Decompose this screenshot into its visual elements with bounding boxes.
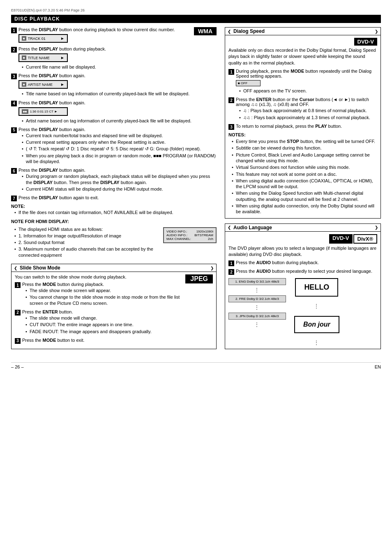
step-num-2: 2	[11, 47, 17, 53]
step-6-bullet-1: During program or random playback, each …	[22, 173, 217, 185]
dvd-v-badge-audio: DVD-V	[329, 234, 352, 244]
step-7-content: Press the DISPLAY button again to exit.	[18, 195, 217, 201]
al-step-num-1: 1	[228, 260, 234, 266]
step-5-bullet-2: Current repeat setting appears only when…	[22, 139, 217, 145]
note-label: NOTE:	[11, 204, 25, 209]
ds-step-2-bullet-2: ♫♫ : Plays back approximately at 1.3 tim…	[239, 115, 377, 120]
ds-step-2-bullet-1: ♫ : Plays back approximately at 0.8 time…	[239, 108, 377, 113]
step-4-bullet-1: Artist name based on tag information of …	[22, 118, 217, 124]
audio-screen-3: 3. JPN Dolby D 3/2.1ch 48k/3	[228, 313, 286, 320]
ss-step-2-bullet-1: The slide show mode will change.	[25, 315, 213, 321]
hdmi-screen: VIDEO INFO.: 1920x1080i AUDIO INFO.: BIT…	[163, 227, 217, 243]
hdmi-bullet-4: 3. Maximum number of audio channels that…	[14, 246, 159, 258]
ds-note-5: This feature may not work at some point …	[232, 171, 377, 177]
ss-step-2-bullet-2: CUT IN/OUT: The entire image appears in …	[25, 322, 213, 327]
hdmi-bullet-2: 1. Information for image output/Resoluti…	[14, 233, 159, 239]
ss-step-num-1: 1	[15, 282, 21, 288]
hdmi-screen-audio-val: BITSTREAM	[194, 233, 213, 237]
step-6-content: Press the DISPLAY button again. During p…	[18, 168, 217, 193]
ss-step-1-bullet-1: The slide show mode screen will appear.	[25, 288, 181, 293]
audio-screens-right: HELLO ⋮ Bon jour ⋮	[294, 278, 339, 346]
step-num-3: 3	[11, 74, 17, 79]
hdmi-screen-video-val: 1920x1080i	[196, 230, 213, 233]
audio-language-section: ❮ Audio Language ❯ DVD-V DivX® The DVD p…	[225, 223, 381, 349]
page-number: – 26 –	[11, 364, 24, 369]
header-text: E8701UD(EN).qx4 07.3.20 5:46 PM Page 26	[11, 8, 85, 12]
wma-badge: WMA	[194, 27, 217, 35]
step-3-content: Press the DISPLAY button again. ■ ARTIST…	[18, 73, 217, 97]
al-step-2: 2 Press the AUDIO button repeatedly to s…	[228, 269, 377, 275]
dots-3: ⋮	[254, 321, 261, 328]
section-title: DISC PLAYBACK	[11, 15, 381, 23]
ss-step-3-content: Press the MODE button to exit.	[22, 338, 213, 343]
audio-language-header: ❮ Audio Language ❯	[225, 224, 380, 232]
ds-note-2: Subtitle can be viewed during this funct…	[232, 145, 377, 151]
audio-language-title: Audio Language	[233, 225, 272, 230]
ds-step-num-3: 3	[228, 124, 234, 130]
step-1-content: Press the DISPLAY button once during pla…	[18, 27, 190, 44]
ss-step-2: 2 Press the ENTER button. The slide show…	[15, 309, 213, 335]
dvd-v-badge-dialog: DVD-V	[354, 38, 377, 46]
dots-right-1: ⋮	[314, 303, 320, 310]
off-label: OFF	[241, 81, 247, 85]
slide-show-header: ❮ Slide Show Mode ❯	[12, 264, 216, 272]
step-5-bullet-4: When you are playing back a disc in prog…	[22, 153, 217, 165]
step-4: 4 Press the DISPLAY button again. ■■ 1:3…	[11, 100, 217, 124]
screen-time: ■■ 1:36 0:01:15 CT ►	[18, 107, 68, 116]
step-num-1: 1	[11, 28, 17, 33]
audio-language-body: DVD-V DivX® The DVD player allows you to…	[225, 232, 380, 349]
ds-notes-section: NOTES: Every time you press the STOP but…	[228, 132, 377, 215]
ss-step-num-3: 3	[15, 338, 21, 344]
ds-step-1-bullet-1: OFF appears on the TV screen.	[239, 88, 377, 94]
chevron-left-icon: ❮	[14, 266, 17, 270]
audio-screens-left: 1. ENG Dolby D 3/2.1ch 48k/3 ⋮ 2. FRE Do…	[228, 278, 286, 328]
dialog-speed-title: Dialog Speed	[233, 28, 265, 34]
ss-step-2-content: Press the ENTER button. The slide show m…	[22, 309, 213, 335]
ds-step-num-2: 2	[228, 97, 234, 103]
ds-note-4: Virtual Surround does not function while…	[232, 164, 377, 170]
language-label: EN	[375, 364, 381, 369]
ds-note-7: When using the Dialog Speed function wit…	[232, 190, 377, 202]
divx-badge-audio: DivX®	[353, 234, 377, 244]
wma-section: WMA 1 Press the DISPLAY button once duri…	[11, 27, 217, 259]
slide-show-body: JPEG You can switch to the slide show mo…	[12, 272, 216, 349]
ss-step-1-content: Press the MODE button during playback. T…	[22, 282, 181, 307]
hdmi-screen-channel-label: MAX CHANNEL:	[166, 237, 191, 241]
hdmi-note-label: NOTE FOR HDMI DISPLAY:	[11, 219, 69, 224]
dialog-speed-section: ❮ Dialog Speed ❯ DVD-V Available only on…	[225, 27, 381, 219]
ds-step-1-content: During playback, press the MODE button r…	[236, 69, 377, 94]
audio-screen-1: 1. ENG Dolby D 3/2.1ch 48k/3	[228, 278, 286, 285]
right-column: ❮ Dialog Speed ❯ DVD-V Available only on…	[225, 27, 381, 354]
dialog-speed-intro: Available only on discs recorded in the …	[228, 47, 377, 66]
jpeg-badge: JPEG	[185, 274, 213, 283]
ss-step-num-2: 2	[15, 310, 21, 315]
ds-note-3: Picture Control, Black Level and Audio L…	[232, 152, 377, 164]
ds-note-1: Every time you press the STOP button, th…	[232, 138, 377, 144]
hdmi-bullet-1: The displayed HDMI status are as follows…	[14, 226, 159, 232]
dots-2: ⋮	[254, 304, 261, 311]
header-line: E8701UD(EN).qx4 07.3.20 5:46 PM Page 26	[11, 8, 381, 12]
al-step-2-content: Press the AUDIO button repeatedly to sel…	[236, 269, 377, 274]
ds-note-8: When using digital audio connection, onl…	[232, 203, 377, 215]
screen-artist: ■ ARTIST NAME ►	[18, 80, 68, 89]
step-5: 5 Press the DISPLAY button again. Curren…	[11, 127, 217, 165]
ds-step-1: 1 During playback, press the MODE button…	[228, 69, 377, 94]
ds-step-2-content: Press the ENTER button or the Cursor but…	[236, 97, 377, 121]
audio-language-intro: The DVD player allows you to select a la…	[228, 245, 377, 258]
ss-step-1: 1 Press the MODE button during playback.…	[15, 282, 181, 307]
step-num-7: 7	[11, 196, 17, 201]
screen-track01: ■ TRACK 01 ►	[18, 34, 68, 43]
hdmi-bullet-3: 2. Sound output format	[14, 240, 159, 245]
step-2: 2 Press the DISPLAY button during playba…	[11, 46, 217, 71]
al-step-num-2: 2	[228, 269, 234, 275]
ds-note-6: When using digital audio connection (COA…	[232, 178, 377, 190]
chevron-right-icon: ❯	[210, 266, 214, 270]
ss-step-2-bullet-3: FADE IN/OUT: The image appears and disap…	[25, 329, 213, 334]
note-bullet-1: If the file does not contain tag informa…	[14, 210, 217, 215]
step-6-bullet-2: Current HDMI status will be displayed du…	[22, 186, 217, 192]
step-1: 1 Press the DISPLAY button once during p…	[11, 27, 190, 44]
ds-step-3: 3 To return to normal playback, press th…	[228, 124, 377, 130]
ds-step-num-1: 1	[228, 69, 234, 75]
slide-show-title: Slide Show Mode	[20, 265, 60, 271]
al-step-1-content: Press the AUDIO button during playback.	[236, 260, 377, 266]
